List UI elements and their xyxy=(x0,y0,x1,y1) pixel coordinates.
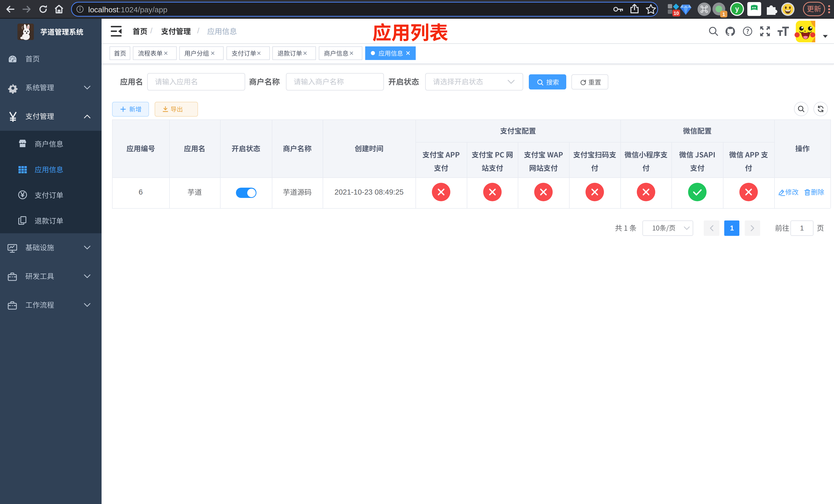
svg-text:1: 1 xyxy=(722,12,725,17)
svg-text:y: y xyxy=(735,5,739,13)
svg-text:10: 10 xyxy=(674,10,679,16)
